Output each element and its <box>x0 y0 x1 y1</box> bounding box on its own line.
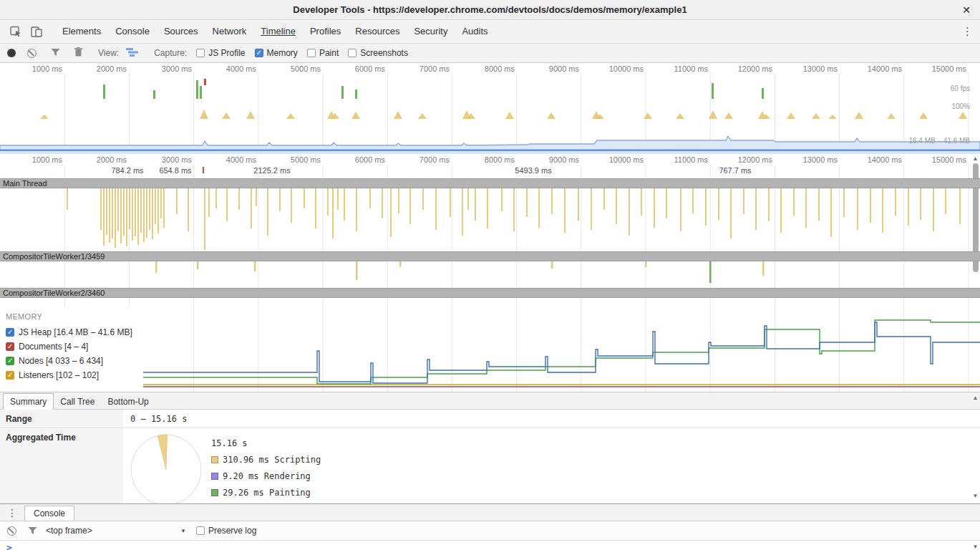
memory-pane: MEMORY JS Heap [16.4 MB – 41.6 MB]Docume… <box>0 307 980 392</box>
frame-context-select[interactable]: <top frame> ▼ <box>46 526 186 536</box>
ruler-tick: 14000 ms <box>830 64 902 73</box>
tab-elements[interactable]: Elements <box>55 20 108 43</box>
timing-label: 2125.2 ms <box>253 166 290 175</box>
tab-audits[interactable]: Audits <box>455 20 495 43</box>
checkbox-icon <box>6 357 14 365</box>
preserve-log-checkbox[interactable]: Preserve log <box>196 526 256 536</box>
tab-sources[interactable]: Sources <box>157 20 205 43</box>
timing-label: 784.2 ms <box>111 166 143 175</box>
detail-tabbar: SummaryCall TreeBottom-Up <box>0 392 980 410</box>
capture-paint[interactable]: Paint <box>307 48 339 58</box>
capture-label: Capture: <box>154 48 187 58</box>
clear-console-icon[interactable] <box>7 526 16 536</box>
range-value: 0 – 15.16 s <box>123 410 187 428</box>
tab-security[interactable]: Security <box>407 20 455 43</box>
timing-label: 5493.9 ms <box>515 166 551 175</box>
ruler-tick: 4000 ms <box>185 64 256 73</box>
memory-series-toggle[interactable]: Nodes [4 033 – 6 434] <box>0 354 143 368</box>
view-mode-icon[interactable] <box>126 48 138 59</box>
scroll-up-icon[interactable]: ▲ <box>971 395 979 401</box>
detail-tab-summary[interactable]: Summary <box>3 393 54 410</box>
timing-label: 767.7 ms <box>719 166 751 175</box>
tab-console[interactable]: Console <box>108 20 157 43</box>
ruler-tick: 14000 ms <box>830 155 902 164</box>
timing-label: 654.8 ms <box>159 166 191 175</box>
panel-tabbar: ElementsConsoleSourcesNetworkTimelinePro… <box>0 20 980 44</box>
ruler-tick: 7000 ms <box>378 64 450 73</box>
tab-resources[interactable]: Resources <box>348 20 407 43</box>
summary-pane: Range 0 – 15.16 s Aggregated Time 15.16 … <box>0 410 980 503</box>
scroll-down-icon[interactable]: ▼ <box>971 544 979 550</box>
capture-options: JS ProfileMemoryPaintScreenshots <box>187 48 408 58</box>
ruler-tick: 6000 ms <box>314 155 385 164</box>
flame-chart-pane[interactable]: 1000 ms2000 ms3000 ms4000 ms5000 ms6000 … <box>0 154 980 307</box>
trash-icon[interactable] <box>74 47 82 59</box>
ruler-tick: 13000 ms <box>766 64 838 73</box>
inspect-element-icon[interactable] <box>10 26 22 37</box>
scroll-down-icon[interactable]: ▼ <box>971 493 979 499</box>
memory-series-label: Documents [4 – 4] <box>19 342 88 352</box>
drawer-tab-console[interactable]: Console <box>24 506 74 521</box>
ruler-tick: 11000 ms <box>636 64 708 73</box>
flame-chart <box>0 154 980 307</box>
cpu-axis-label: 100% <box>951 102 970 110</box>
ruler-tick: 4000 ms <box>185 155 256 164</box>
legend-text: 29.26 ms Painting <box>223 488 311 498</box>
capture-js-profile[interactable]: JS Profile <box>196 48 245 58</box>
memory-chart-area[interactable] <box>143 307 980 392</box>
legend-text: 310.96 ms Scripting <box>223 455 321 465</box>
aggregated-legend-item: 29.26 ms Painting <box>211 488 321 498</box>
preserve-log-label: Preserve log <box>208 526 256 536</box>
record-button[interactable] <box>7 49 16 57</box>
memory-axis-label: 16.4 MB – 41.6 MB <box>908 137 970 145</box>
detail-tab-calltree[interactable]: Call Tree <box>54 394 101 409</box>
range-row: Range 0 – 15.16 s <box>0 410 980 428</box>
checkbox-icon <box>196 49 205 57</box>
legend-swatch <box>211 456 218 463</box>
ruler-tick: 2000 ms <box>55 155 127 164</box>
memory-series-toggle[interactable]: Documents [4 – 4] <box>0 339 143 354</box>
console-filter-icon[interactable] <box>28 526 37 535</box>
console-toolbar: <top frame> ▼ Preserve log <box>0 521 980 541</box>
ruler-tick: 9000 ms <box>508 155 579 164</box>
total-time: 15.16 s <box>211 438 321 448</box>
fps-axis-label: 60 fps <box>951 85 970 92</box>
scroll-up-icon[interactable]: ▲ <box>971 155 979 162</box>
main-menu-kebab-icon[interactable]: ⋮ <box>962 25 973 38</box>
ruler-tick: 12000 ms <box>701 64 772 73</box>
clear-recording-icon[interactable] <box>27 49 37 58</box>
ruler-tick: 8000 ms <box>443 64 515 73</box>
device-toolbar-icon[interactable] <box>31 26 42 37</box>
detail-tab-bottomup[interactable]: Bottom-Up <box>101 394 155 409</box>
ruler-tick: 13000 ms <box>766 155 838 164</box>
filter-icon[interactable] <box>51 48 60 59</box>
timeline-overview-pane[interactable]: 1000 ms2000 ms3000 ms4000 ms5000 ms6000 … <box>0 63 980 150</box>
memory-chart <box>143 307 980 392</box>
capture-option-label: JS Profile <box>208 48 245 58</box>
window-titlebar: Developer Tools - https://developer.chro… <box>0 0 980 20</box>
thread-header: CompositorTileWorker1/3459 <box>0 251 980 261</box>
timeline-toolbar: View: Capture: JS ProfileMemoryPaintScre… <box>0 44 980 63</box>
memory-series-toggle[interactable]: JS Heap [16.4 MB – 41.6 MB] <box>0 325 143 339</box>
flame-ruler: 1000 ms2000 ms3000 ms4000 ms5000 ms6000 … <box>0 154 980 165</box>
tab-network[interactable]: Network <box>205 20 254 43</box>
memory-series-label: Listeners [102 – 102] <box>19 370 99 380</box>
memory-header: MEMORY <box>0 307 143 325</box>
checkbox-icon <box>6 371 14 380</box>
console-prompt: > <box>6 542 12 553</box>
capture-option-label: Memory <box>267 48 298 58</box>
drawer-menu-kebab-icon[interactable]: ⋮ <box>0 507 24 521</box>
aggregated-legend: 15.16 s 310.96 ms Scripting9.20 ms Rende… <box>211 428 321 503</box>
aggregated-legend-item: 310.96 ms Scripting <box>211 455 321 465</box>
ruler-tick: 5000 ms <box>249 64 321 73</box>
console-input-area[interactable]: > <box>0 541 980 555</box>
checkbox-icon <box>196 526 205 535</box>
ruler-tick: 6000 ms <box>314 64 385 73</box>
checkbox-icon <box>348 49 356 57</box>
memory-series-toggle[interactable]: Listeners [102 – 102] <box>0 368 143 382</box>
tab-profiles[interactable]: Profiles <box>303 20 348 43</box>
capture-screenshots[interactable]: Screenshots <box>348 48 408 58</box>
tab-timeline[interactable]: Timeline <box>253 20 303 43</box>
capture-memory[interactable]: Memory <box>255 48 298 58</box>
close-icon[interactable]: ✕ <box>962 4 971 16</box>
